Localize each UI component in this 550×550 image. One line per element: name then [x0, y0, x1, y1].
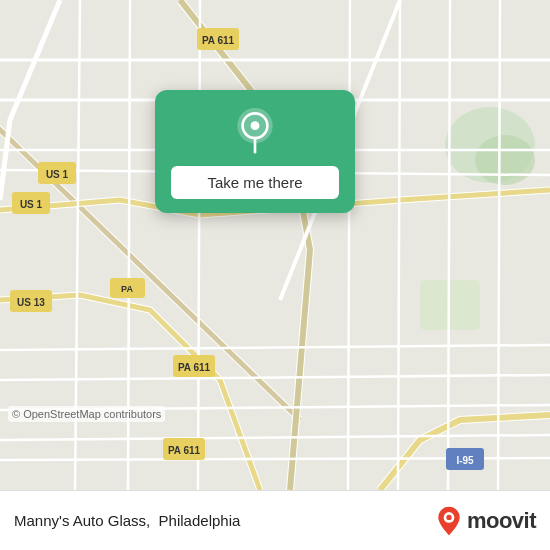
take-me-there-button[interactable]: Take me there — [171, 166, 339, 199]
moovit-logo: moovit — [435, 505, 536, 537]
svg-text:PA 611: PA 611 — [202, 35, 235, 46]
map-pin-icon — [232, 108, 278, 154]
moovit-pin-icon — [435, 505, 463, 537]
svg-point-40 — [251, 121, 260, 130]
svg-text:I-95: I-95 — [456, 455, 474, 466]
svg-point-42 — [446, 514, 451, 519]
svg-text:US 1: US 1 — [46, 169, 69, 180]
svg-point-2 — [475, 135, 535, 185]
map-attribution: © OpenStreetMap contributors — [8, 406, 165, 422]
svg-text:PA: PA — [121, 284, 133, 294]
bottom-bar: Manny's Auto Glass, Philadelphia moovit — [0, 490, 550, 550]
map-container: PA 611 PA PA 611 PA 611 US 1 US 1 US 13 … — [0, 0, 550, 490]
svg-text:PA 611: PA 611 — [168, 445, 201, 456]
moovit-brand-text: moovit — [467, 508, 536, 534]
place-name-text: Manny's Auto Glass, — [14, 512, 150, 529]
svg-text:US 1: US 1 — [20, 199, 43, 210]
place-name: Manny's Auto Glass, Philadelphia — [14, 512, 240, 529]
place-city-text: Philadelphia — [159, 512, 241, 529]
location-card[interactable]: Take me there — [155, 90, 355, 213]
svg-text:US 13: US 13 — [17, 297, 45, 308]
svg-text:PA 611: PA 611 — [178, 362, 211, 373]
